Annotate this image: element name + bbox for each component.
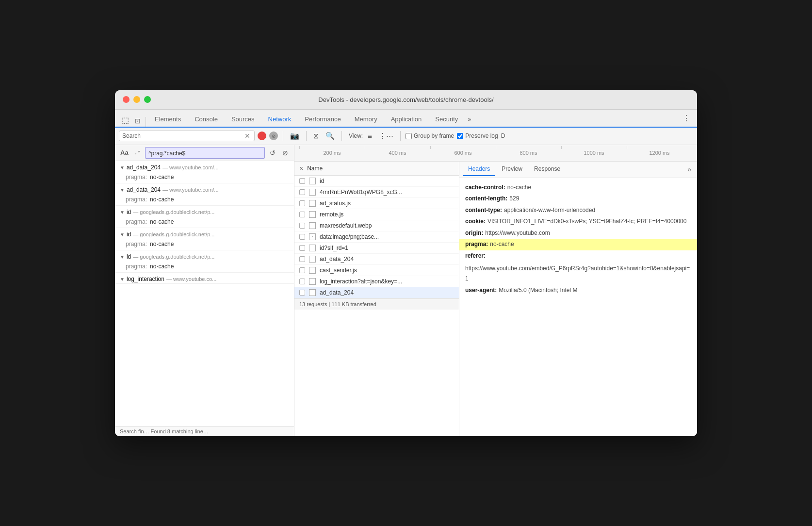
file-item-4[interactable]: maxresdefault.webp bbox=[294, 220, 459, 231]
no-btn[interactable]: ⊘ bbox=[280, 148, 290, 157]
search-results[interactable]: ▼ ad_data_204 — www.youtube.com/... prag… bbox=[115, 161, 294, 426]
search-group-header-6[interactable]: ▼ log_interaction — www.youtube.co... bbox=[115, 273, 294, 283]
file-item-7[interactable]: ad_data_204 bbox=[294, 254, 459, 265]
tab-menu-btn[interactable]: ⋮ bbox=[680, 110, 693, 127]
file-icon-6 bbox=[309, 245, 316, 251]
tab-console[interactable]: Console bbox=[188, 112, 225, 128]
tab-performance[interactable]: Performance bbox=[298, 112, 347, 128]
search-result-row-4: pragma: no-cache bbox=[115, 239, 294, 250]
header-row-3: cookie: VISITOR_INFO1_LIVE=dDk0-xTswPs; … bbox=[465, 216, 691, 228]
search-group-header-3[interactable]: ▼ id — googleads.g.doubleclick.net/p... bbox=[115, 206, 294, 216]
regex-button[interactable]: .* bbox=[133, 149, 142, 156]
file-item-2[interactable]: ad_status.js bbox=[294, 198, 459, 209]
tab-bar: ⬚ ⊡ Elements Console Sources Network Per… bbox=[115, 110, 697, 128]
file-icon-8 bbox=[309, 267, 316, 274]
file-item-9[interactable]: log_interaction?alt=json&key=... bbox=[294, 276, 459, 287]
header-tab-more[interactable]: » bbox=[685, 164, 693, 175]
waterfall-view-btn[interactable]: ⋮⋯ bbox=[377, 131, 395, 141]
preserve-log-checkbox[interactable] bbox=[457, 133, 463, 139]
header-tab-preview[interactable]: Preview bbox=[497, 163, 527, 176]
network-main: × Name id 4mrRnEPnWo81qWPG8_xcG... bbox=[294, 162, 697, 436]
result-key-4: pragma: bbox=[126, 240, 147, 249]
stop-btn[interactable]: ⊘ bbox=[269, 132, 278, 140]
file-checkbox-6[interactable] bbox=[299, 245, 305, 251]
tab-application[interactable]: Application bbox=[384, 112, 429, 128]
file-name-7: ad_data_204 bbox=[320, 256, 354, 263]
search-group-6: ▼ log_interaction — www.youtube.co... bbox=[115, 273, 294, 284]
filter-input[interactable] bbox=[148, 150, 261, 157]
header-val-5: no-cache bbox=[490, 239, 514, 250]
refresh-btn[interactable]: ↺ bbox=[268, 148, 277, 157]
header-row-7: user-agent: Mozilla/5.0 (Macintosh; Inte… bbox=[465, 285, 691, 296]
search-filter-btn[interactable]: 🔍 bbox=[324, 131, 337, 141]
tab-sources[interactable]: Sources bbox=[225, 112, 261, 128]
file-checkbox-9[interactable] bbox=[299, 279, 305, 284]
group-url-5: — googleads.g.doubleclick.net/p... bbox=[133, 254, 214, 260]
header-val-4: https://www.youtube.com bbox=[485, 228, 550, 239]
tick-600: 600 ms bbox=[430, 150, 496, 156]
inspect-element-btn[interactable]: ⬚ bbox=[119, 114, 132, 127]
header-key-4: origin: bbox=[465, 228, 483, 239]
record-btn[interactable] bbox=[258, 132, 266, 140]
file-checkbox-10[interactable] bbox=[299, 290, 305, 296]
search-input[interactable] bbox=[122, 132, 244, 139]
group-name-4: id bbox=[127, 231, 131, 238]
aa-button[interactable]: Aa bbox=[119, 148, 130, 157]
search-group-2: ▼ ad_data_204 — www.youtube.com/... prag… bbox=[115, 183, 294, 206]
file-checkbox-7[interactable] bbox=[299, 256, 305, 262]
header-tab-response[interactable]: Response bbox=[529, 163, 565, 176]
file-checkbox-0[interactable] bbox=[299, 178, 305, 184]
file-item-10[interactable]: ad_data_204 bbox=[294, 287, 459, 298]
group-url-1: — www.youtube.com/... bbox=[162, 164, 219, 170]
file-checkbox-4[interactable] bbox=[299, 223, 305, 229]
file-icon-2 bbox=[309, 200, 316, 207]
file-item-1[interactable]: 4mrRnEPnWo81qWPG8_xcG... bbox=[294, 187, 459, 198]
result-key-1: pragma: bbox=[126, 173, 147, 182]
header-line-3: cookie: VISITOR_INFO1_LIVE=dDk0-xTswPs; … bbox=[465, 216, 691, 227]
preserve-log-label[interactable]: Preserve log bbox=[457, 132, 498, 139]
file-item-3[interactable]: remote.js bbox=[294, 209, 459, 220]
filter-divider-1 bbox=[283, 131, 283, 141]
tick-200: 200 ms bbox=[299, 150, 365, 156]
device-toolbar-btn[interactable]: ⊡ bbox=[132, 115, 144, 127]
result-value-3: no-cache bbox=[150, 217, 174, 227]
tab-memory[interactable]: Memory bbox=[348, 112, 384, 128]
search-group-header-1[interactable]: ▼ ad_data_204 — www.youtube.com/... bbox=[115, 161, 294, 172]
minimize-button[interactable] bbox=[133, 96, 140, 103]
maximize-button[interactable] bbox=[144, 96, 151, 103]
close-button[interactable] bbox=[123, 96, 130, 103]
tab-network[interactable]: Network bbox=[261, 112, 298, 128]
file-checkbox-8[interactable] bbox=[299, 267, 305, 273]
tab-more-btn[interactable]: » bbox=[465, 112, 474, 127]
header-tab-headers[interactable]: Headers bbox=[463, 163, 495, 176]
file-name-2: ad_status.js bbox=[320, 200, 351, 207]
header-line-2: content-type: application/x-www-form-url… bbox=[465, 205, 691, 216]
file-checkbox-1[interactable] bbox=[299, 189, 305, 195]
search-clear-btn[interactable]: ✕ bbox=[244, 132, 251, 140]
filter-btn[interactable]: ⧖ bbox=[311, 131, 321, 141]
search-group-header-2[interactable]: ▼ ad_data_204 — www.youtube.com/... bbox=[115, 183, 294, 194]
search-group-header-4[interactable]: ▼ id — googleads.g.doubleclick.net/p... bbox=[115, 228, 294, 239]
tab-elements[interactable]: Elements bbox=[148, 112, 188, 128]
camera-btn[interactable]: 📷 bbox=[288, 131, 301, 141]
file-checkbox-3[interactable] bbox=[299, 212, 305, 217]
tab-security[interactable]: Security bbox=[428, 112, 465, 128]
headers-content: cache-control: no-cache content-length: … bbox=[459, 178, 697, 300]
file-item-8[interactable]: cast_sender.js bbox=[294, 265, 459, 276]
header-row-2: content-type: application/x-www-form-url… bbox=[465, 205, 691, 216]
file-item-0[interactable]: id bbox=[294, 176, 459, 187]
file-item-6[interactable]: id?slf_rd=1 bbox=[294, 243, 459, 254]
files-header-row: × Name bbox=[294, 162, 459, 176]
list-view-btn[interactable]: ≡ bbox=[366, 131, 374, 141]
file-checkbox-2[interactable] bbox=[299, 200, 305, 206]
file-checkbox-5[interactable] bbox=[299, 234, 305, 240]
group-by-frame-checkbox[interactable] bbox=[406, 133, 412, 139]
file-icon-5: ▪ bbox=[309, 233, 316, 240]
file-item-5[interactable]: ▪ data:image/png;base... bbox=[294, 231, 459, 243]
search-group-header-5[interactable]: ▼ id — googleads.g.doubleclick.net/p... bbox=[115, 250, 294, 261]
close-detail-btn[interactable]: × bbox=[299, 164, 303, 172]
group-by-frame-label[interactable]: Group by frame bbox=[406, 132, 454, 139]
filter-divider-2 bbox=[306, 131, 307, 141]
group-name-5: id bbox=[127, 253, 131, 260]
result-value-4: no-cache bbox=[150, 240, 174, 249]
